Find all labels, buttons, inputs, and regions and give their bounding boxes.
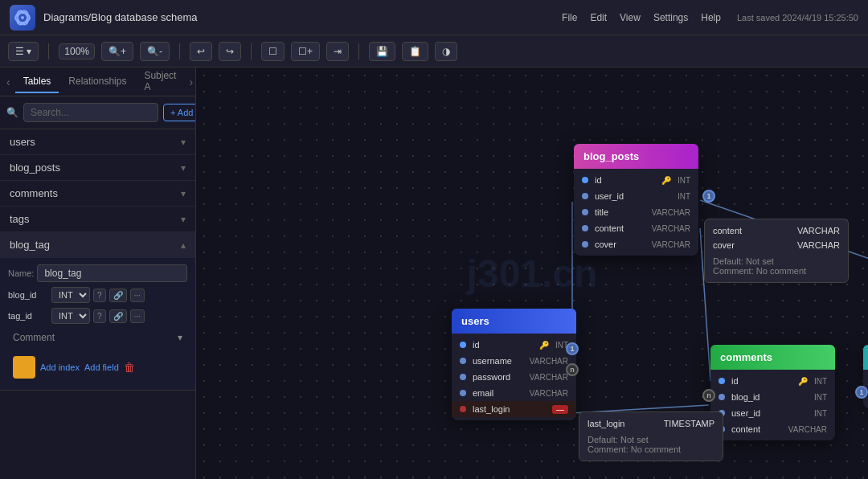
search-input[interactable] — [23, 103, 158, 122]
field-name: title — [595, 207, 645, 217]
field-key: 🔑 — [798, 377, 808, 386]
export-btn[interactable]: 📋 — [402, 42, 428, 61]
table-header-blog-posts: blog_posts — [574, 144, 698, 169]
table-expand-comments[interactable]: ▾ — [181, 188, 186, 199]
field-q-blog-id[interactable]: ? — [93, 289, 106, 302]
field-name: blog_id — [731, 392, 808, 402]
comment-expand-icon[interactable]: ▾ — [178, 332, 182, 343]
pop-label-last-login: last_login — [588, 419, 624, 428]
menu-settings[interactable]: Settings — [653, 12, 688, 23]
undo-btn[interactable]: ↩ — [190, 42, 212, 61]
titlebar: Diagrams/Blog database schema File Edit … — [0, 0, 868, 35]
tab-relationships[interactable]: Relationships — [60, 71, 134, 93]
pop-default-login: Default: Not set — [588, 435, 714, 444]
add-table-button[interactable]: + Add table — [163, 104, 196, 121]
table-name-blog-tag: blog_tag — [10, 239, 50, 251]
popover-row-cover: cover VARCHAR — [713, 240, 840, 253]
field-link-blog-id[interactable]: 🔗 — [109, 289, 127, 302]
table-row: password VARCHAR — [452, 369, 576, 385]
pop-comment: Comment: No comment — [713, 266, 840, 276]
field-type: INT — [814, 393, 827, 402]
table-card-blog-posts[interactable]: blog_posts id 🔑 INT user_id INT title VA… — [574, 144, 698, 256]
sidebar-item-comments[interactable]: comments ▾ — [0, 181, 195, 207]
field-name: id — [595, 175, 655, 185]
saved-label: Last saved 2024/4/19 15:25:50 — [737, 13, 858, 23]
table-row: id 🔑 INT — [710, 373, 835, 389]
field-link-tag-id[interactable]: 🔗 — [109, 309, 127, 323]
field-delete-indicator: — — [552, 405, 568, 414]
table-card-tags[interactable]: tags id 🔑 INT name VARCHAR — [863, 345, 868, 408]
field-name: username — [473, 356, 523, 366]
field-name: password — [473, 372, 523, 382]
field-name: content — [595, 223, 645, 233]
field-q-tag-id[interactable]: ? — [93, 309, 106, 323]
blog-tag-name-value[interactable]: blog_tag — [37, 264, 187, 282]
field-key: 🔑 — [539, 341, 549, 350]
app-logo — [10, 5, 35, 31]
main-layout: ‹ Tables Relationships Subject A › 🔍 + A… — [0, 68, 868, 479]
diagram-canvas[interactable]: blog_posts id 🔑 INT user_id INT title VA… — [196, 68, 868, 479]
table-name-users: users — [10, 136, 35, 148]
color-swatch[interactable] — [13, 356, 35, 379]
cardinality-n-blogposts-comments: n — [702, 389, 715, 402]
menu-file[interactable]: File — [562, 12, 577, 23]
field-name: content — [731, 424, 782, 434]
sidebar-prev-arrow[interactable]: ‹ — [3, 76, 14, 88]
field-type-blog-id[interactable]: INT — [51, 287, 90, 303]
field-type: VARCHAR — [530, 389, 568, 398]
table-expand-users[interactable]: ▾ — [181, 137, 186, 148]
field-dot — [582, 241, 588, 248]
delete-button[interactable]: 🗑 — [124, 361, 135, 374]
svg-point-3 — [21, 16, 24, 19]
sidebar-item-tags[interactable]: tags ▾ — [0, 207, 195, 232]
add-node-btn[interactable]: ☐+ — [291, 42, 320, 61]
select-btn[interactable]: ☐ — [261, 42, 285, 61]
field-type: VARCHAR — [788, 425, 827, 434]
table-row: content VARCHAR — [710, 421, 835, 437]
field-dot — [719, 394, 725, 400]
sidebar-item-blog-posts[interactable]: blog_posts ▾ — [0, 155, 195, 181]
field-type: VARCHAR — [530, 357, 568, 366]
redo-btn[interactable]: ↪ — [219, 42, 241, 61]
table-body-users: id 🔑 INT username VARCHAR password VARCH… — [452, 334, 576, 420]
field-dot — [582, 177, 588, 183]
field-label-blog-id: blog_id — [8, 290, 48, 300]
menu-edit[interactable]: Edit — [590, 12, 607, 23]
toolbar-sep-1 — [48, 43, 49, 59]
menu-help[interactable]: Help — [701, 12, 721, 23]
table-expand-blog-tag[interactable]: ▴ — [181, 240, 186, 251]
tab-tables[interactable]: Tables — [15, 71, 59, 93]
popover-row-content: content VARCHAR — [713, 226, 840, 239]
field-dot — [460, 374, 466, 380]
theme-btn[interactable]: ◑ — [435, 42, 457, 61]
table-card-comments[interactable]: comments id 🔑 INT blog_id INT user_id IN… — [710, 345, 835, 440]
menu-bar: File Edit View Settings Help — [562, 12, 721, 23]
table-row: user_id INT — [574, 188, 698, 204]
field-popover-last-login: last_login TIMESTAMP Default: Not set Co… — [579, 411, 723, 461]
field-type-tag-id[interactable]: INT — [51, 308, 90, 324]
field-dot — [582, 193, 588, 199]
table-name-comments: comments — [10, 187, 58, 199]
field-type: VARCHAR — [652, 208, 690, 217]
add-index-button[interactable]: Add index — [40, 362, 80, 372]
add-field-button[interactable]: Add field — [84, 362, 119, 372]
zoom-in-btn[interactable]: 🔍+ — [101, 42, 133, 61]
table-card-users[interactable]: users id 🔑 INT username VARCHAR password… — [452, 309, 576, 420]
sidebar-next-arrow[interactable]: › — [186, 76, 196, 88]
table-row: user_id INT — [710, 405, 835, 421]
save-btn[interactable]: 💾 — [369, 42, 395, 61]
zoom-out-btn[interactable]: 🔍- — [140, 42, 170, 61]
field-dot — [582, 225, 588, 231]
layout-toggle-btn[interactable]: ☰ ▾ — [8, 42, 39, 61]
tab-subject[interactable]: Subject A — [136, 68, 184, 99]
table-expand-tags[interactable]: ▾ — [181, 214, 186, 225]
table-expand-blog-posts[interactable]: ▾ — [181, 162, 186, 174]
sidebar-item-users[interactable]: users ▾ — [0, 129, 195, 155]
cardinality-1-comments: 1 — [855, 386, 868, 399]
blog-tag-expanded-section: Name: blog_tag blog_id INT ? 🔗 ··· tag_i… — [0, 258, 195, 391]
field-more-blog-id[interactable]: ··· — [130, 289, 145, 302]
field-more-tag-id[interactable]: ··· — [130, 309, 145, 323]
menu-view[interactable]: View — [620, 12, 641, 23]
connect-btn[interactable]: ⇥ — [326, 42, 349, 61]
sidebar-item-blog-tag[interactable]: blog_tag ▴ — [0, 232, 195, 258]
